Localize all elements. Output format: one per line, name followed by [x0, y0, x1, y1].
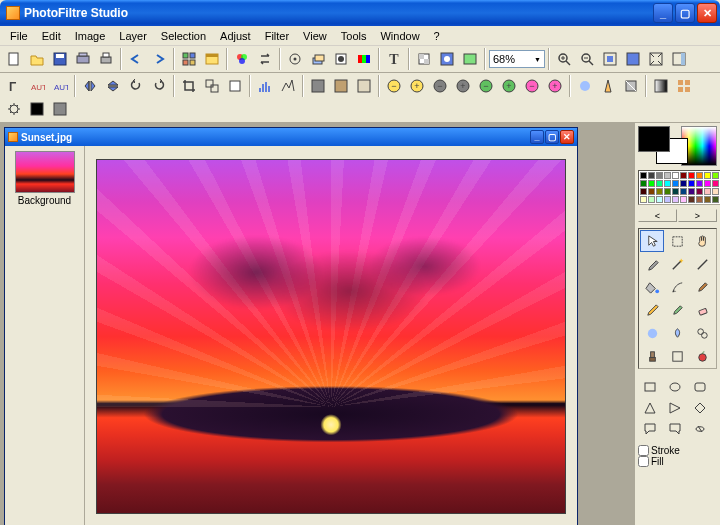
menu-view[interactable]: View — [297, 28, 333, 44]
palette-prev-button[interactable]: < — [638, 209, 677, 222]
sat-minus-button[interactable]: − — [521, 75, 543, 97]
tool-smudge[interactable] — [665, 322, 689, 344]
palette-swatch[interactable] — [672, 188, 679, 195]
grad-button[interactable] — [650, 75, 672, 97]
palette-swatch[interactable] — [640, 188, 647, 195]
palette-swatch[interactable] — [656, 188, 663, 195]
layer-thumbnail[interactable] — [15, 151, 75, 193]
resize-button[interactable] — [201, 75, 223, 97]
tool-pointer[interactable] — [640, 230, 664, 252]
zoom-combo[interactable]: 68%▼ — [489, 50, 545, 68]
sepia-button[interactable] — [330, 75, 352, 97]
palette-swatch[interactable] — [696, 172, 703, 179]
palette-swatch[interactable] — [688, 172, 695, 179]
tool-eyedropper[interactable] — [640, 253, 664, 275]
doc-maximize-button[interactable]: ▢ — [545, 130, 559, 144]
zoom-in-button[interactable] — [553, 48, 575, 70]
palette-swatch[interactable] — [648, 196, 655, 203]
shape-speech-r[interactable] — [663, 419, 687, 439]
palette-swatch[interactable] — [696, 180, 703, 187]
noise-button[interactable] — [49, 98, 71, 120]
palette-swatch[interactable] — [640, 196, 647, 203]
grayscale-button[interactable] — [307, 75, 329, 97]
palette-swatch[interactable] — [656, 172, 663, 179]
foreground-color[interactable] — [638, 126, 670, 152]
shape-ellipse[interactable] — [663, 377, 687, 397]
histogram-button[interactable] — [254, 75, 276, 97]
tool-adv-brush[interactable] — [665, 299, 689, 321]
image-viewport[interactable] — [85, 146, 577, 525]
palette-swatch[interactable] — [648, 188, 655, 195]
bright-plus-button[interactable]: + — [406, 75, 428, 97]
menu-selection[interactable]: Selection — [155, 28, 212, 44]
menu-help[interactable]: ? — [428, 28, 446, 44]
tool-bucket[interactable] — [640, 276, 664, 298]
tool-brush[interactable] — [690, 276, 714, 298]
transparent-button[interactable] — [413, 48, 435, 70]
menu-image[interactable]: Image — [69, 28, 112, 44]
palette-swatch[interactable] — [664, 180, 671, 187]
tool-airbrush[interactable] — [665, 276, 689, 298]
shape-rect[interactable] — [638, 377, 662, 397]
layers-button[interactable] — [307, 48, 329, 70]
palette-swatch[interactable] — [664, 196, 671, 203]
close-button[interactable]: ✕ — [697, 3, 717, 23]
sharpen-button[interactable] — [597, 75, 619, 97]
menu-filter[interactable]: Filter — [259, 28, 295, 44]
menu-edit[interactable]: Edit — [36, 28, 67, 44]
channels-button[interactable] — [353, 48, 375, 70]
palette-swatch[interactable] — [648, 172, 655, 179]
levels-button[interactable] — [277, 75, 299, 97]
shape-triangle-r[interactable] — [663, 398, 687, 418]
palette-swatch[interactable] — [688, 180, 695, 187]
contrast-minus-button[interactable]: − — [429, 75, 451, 97]
palette-swatch[interactable] — [712, 180, 719, 187]
palette-swatch[interactable] — [680, 180, 687, 187]
palette-swatch[interactable] — [688, 196, 695, 203]
old-button[interactable] — [353, 75, 375, 97]
tool-apple[interactable] — [690, 345, 714, 367]
menu-tools[interactable]: Tools — [335, 28, 373, 44]
doc-minimize-button[interactable]: _ — [530, 130, 544, 144]
document-title-bar[interactable]: Sunset.jpg _ ▢ ✕ — [5, 128, 577, 146]
flip-v-button[interactable] — [102, 75, 124, 97]
palette-swatch[interactable] — [680, 196, 687, 203]
tool-line[interactable] — [690, 253, 714, 275]
auto2-button[interactable]: AUTO — [49, 75, 71, 97]
palette-swatch[interactable] — [656, 180, 663, 187]
bright-minus-button[interactable]: − — [383, 75, 405, 97]
palette-swatch[interactable] — [696, 188, 703, 195]
fill-checkbox[interactable]: Fill — [638, 456, 717, 467]
open-button[interactable] — [26, 48, 48, 70]
palette-swatch[interactable] — [648, 180, 655, 187]
text-button[interactable]: T — [383, 48, 405, 70]
tool-hand[interactable] — [690, 230, 714, 252]
canvas-button[interactable] — [224, 75, 246, 97]
minimize-button[interactable]: _ — [653, 3, 673, 23]
gamma-plus-button[interactable]: + — [498, 75, 520, 97]
export-gif-button[interactable] — [459, 48, 481, 70]
palette-swatch[interactable] — [656, 196, 663, 203]
menu-layer[interactable]: Layer — [113, 28, 153, 44]
tool-blur[interactable] — [640, 322, 664, 344]
zoom-out-button[interactable] — [576, 48, 598, 70]
tool-marquee[interactable] — [665, 230, 689, 252]
menu-window[interactable]: Window — [374, 28, 425, 44]
full-button[interactable] — [622, 48, 644, 70]
prefs-button[interactable] — [3, 98, 25, 120]
shape-speech-l[interactable] — [638, 419, 662, 439]
palette-swatch[interactable] — [696, 196, 703, 203]
palette-swatch[interactable] — [672, 180, 679, 187]
blur-button[interactable] — [574, 75, 596, 97]
rot-cw-button[interactable] — [148, 75, 170, 97]
palette-swatch[interactable] — [704, 188, 711, 195]
palette-swatch[interactable] — [712, 172, 719, 179]
swap-button[interactable] — [254, 48, 276, 70]
toggle-panel-button[interactable] — [668, 48, 690, 70]
palette-swatch[interactable] — [712, 188, 719, 195]
palette-swatch[interactable] — [680, 188, 687, 195]
doc-close-button[interactable]: ✕ — [560, 130, 574, 144]
new-button[interactable] — [3, 48, 25, 70]
contrast-plus-button[interactable]: + — [452, 75, 474, 97]
palette-swatch[interactable] — [680, 172, 687, 179]
